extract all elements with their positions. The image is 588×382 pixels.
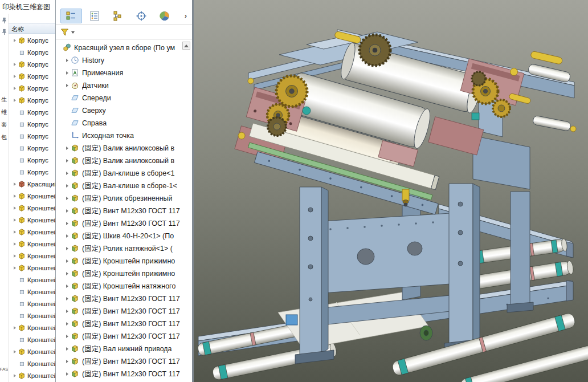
parts-list-item[interactable]: Корпус	[9, 118, 55, 130]
expand-arrow-icon[interactable]	[66, 310, 68, 313]
expand-arrow-icon[interactable]	[66, 234, 68, 238]
gear-left-large[interactable]	[276, 76, 307, 107]
tree-item[interactable]: (固定) Винт М12х30 ГОСТ 117	[56, 368, 192, 380]
parts-list-item[interactable]: Кронштейн	[9, 274, 55, 286]
tree-item[interactable]: (固定) Кронштейн прижимно	[56, 267, 192, 280]
tree-item[interactable]: Датчики	[56, 79, 192, 92]
expand-arrow-icon[interactable]	[66, 335, 68, 338]
tree-item[interactable]: (固定) Винт М12х30 ГОСТ 117	[56, 318, 192, 330]
tab-propertymanager[interactable]	[84, 9, 105, 23]
parts-list-item[interactable]: Корпус	[9, 94, 55, 106]
tree-item[interactable]: (固定) Ролик натяжной<1> (	[56, 242, 192, 255]
tree-item[interactable]: (固定) Кронштейн натяжного	[56, 280, 192, 292]
name-column-header[interactable]: 名称	[9, 23, 55, 34]
expand-arrow-icon[interactable]	[14, 254, 16, 258]
expand-arrow-icon[interactable]	[66, 147, 68, 150]
tree-item[interactable]: (固定) Вал-клише в сборе<1	[56, 167, 192, 180]
side-tab-label[interactable]: 生	[1, 97, 7, 103]
parts-list-item[interactable]: Кронштейн	[9, 346, 55, 357]
machine-3d-model[interactable]	[194, 0, 588, 382]
pushpin-icon[interactable]	[1, 17, 7, 24]
parts-list-item[interactable]: Кронштейн	[9, 369, 55, 381]
tree-root-item[interactable]: Красящий узел в сборе (По ум	[56, 42, 192, 54]
gear-right-dark[interactable]	[472, 72, 485, 86]
expand-arrow-icon[interactable]	[66, 360, 68, 363]
expand-arrow-icon[interactable]	[66, 172, 68, 175]
filter-dropdown-caret[interactable]	[71, 31, 75, 34]
parts-list-item[interactable]: Кронштейн	[9, 250, 55, 262]
parts-list-item[interactable]: Корпус	[9, 34, 55, 46]
parts-list-item[interactable]: Кронштейн	[9, 262, 55, 274]
tree-item[interactable]: (固定) Винт М12х30 ГОСТ 117	[56, 330, 192, 343]
parts-list-item[interactable]: Корпус	[9, 106, 55, 118]
expand-arrow-icon[interactable]	[66, 322, 68, 326]
tree-item[interactable]: (固定) Винт М12х30 ГОСТ 117	[56, 355, 192, 368]
tree-item[interactable]: Спереди	[56, 92, 192, 104]
tree-item[interactable]: Исходная точка	[56, 129, 192, 142]
parts-list-item[interactable]: Корпус	[9, 58, 55, 70]
tree-item[interactable]: (固定) Винт М12х30 ГОСТ 117	[56, 217, 192, 230]
expand-arrow-icon[interactable]	[14, 326, 16, 330]
expand-arrow-icon[interactable]	[14, 230, 16, 234]
expand-arrow-icon[interactable]	[14, 350, 16, 353]
tree-item[interactable]: History	[56, 54, 192, 67]
tree-item[interactable]: (固定) Вал-клише в сборе-1<	[56, 180, 192, 192]
expand-arrow-icon[interactable]	[66, 372, 68, 376]
parts-list-item[interactable]: Корпус	[9, 154, 55, 166]
tree-item[interactable]: (固定) Шкив 40-Н-20<1> (По	[56, 230, 192, 242]
tree-item[interactable]: (固定) Валик анилоксовый в	[56, 155, 192, 167]
expand-arrow-icon[interactable]	[14, 75, 16, 78]
side-tab-label[interactable]: 套	[1, 122, 7, 128]
parts-list-item[interactable]: Кронштейн	[9, 298, 55, 310]
tab-dimxpertmanager[interactable]	[130, 9, 152, 23]
parts-list-item[interactable]: Кронштейн	[9, 214, 55, 226]
expand-arrow-icon[interactable]	[66, 197, 68, 200]
drive-gear-dark[interactable]	[360, 35, 390, 66]
tree-item[interactable]: (固定) Ролик обрезиненный	[56, 192, 192, 205]
expand-arrow-icon[interactable]	[14, 87, 16, 90]
side-tab-label[interactable]: 维	[1, 109, 7, 115]
gear-plate-roller[interactable]	[268, 117, 286, 136]
expand-arrow-icon[interactable]	[14, 374, 16, 377]
parts-list-item[interactable]: Корпус	[9, 142, 55, 154]
tab-displaymanager[interactable]	[154, 9, 175, 23]
expand-arrow-icon[interactable]	[14, 206, 16, 210]
expand-arrow-icon[interactable]	[66, 184, 68, 188]
parts-list-item[interactable]: Кронштейн	[9, 310, 55, 322]
parts-list-item[interactable]: Кронштейн	[9, 226, 55, 238]
expand-arrow-icon[interactable]	[66, 285, 68, 288]
expand-arrow-icon[interactable]	[66, 347, 68, 351]
side-tab-label[interactable]: 包	[1, 135, 7, 140]
tree-item[interactable]: Справа	[56, 117, 192, 129]
parts-list-item[interactable]: Кронштейн	[9, 202, 55, 214]
parts-list-item[interactable]: Корпус	[9, 70, 55, 82]
tree-item[interactable]: (固定) Вал нижний привода	[56, 343, 192, 355]
parts-list-item[interactable]: Корпус	[9, 130, 55, 142]
parts-list-item[interactable]: Кронштейн	[9, 322, 55, 334]
edge-bottom-label[interactable]: FAS	[0, 367, 9, 372]
tree-item[interactable]: (固定) Винт М12х30 ГОСТ 117	[56, 205, 192, 217]
expand-arrow-icon[interactable]	[66, 247, 68, 250]
expand-arrow-icon[interactable]	[66, 159, 68, 162]
tree-scrollbar-up[interactable]	[182, 42, 190, 50]
expand-arrow-icon[interactable]	[14, 218, 16, 222]
tree-item[interactable]: (固定) Валик анилоксовый в	[56, 142, 192, 155]
parts-list-item[interactable]: Красящий узел	[9, 178, 55, 190]
expand-arrow-icon[interactable]	[66, 297, 68, 300]
expand-arrow-icon[interactable]	[66, 222, 68, 225]
expand-arrow-icon[interactable]	[66, 59, 68, 62]
pushpin-icon[interactable]	[1, 29, 7, 35]
gear-right-small[interactable]	[493, 100, 510, 117]
expand-arrow-icon[interactable]	[66, 259, 68, 263]
tree-item[interactable]: (固定) Винт М12х30 ГОСТ 117	[56, 292, 192, 305]
tab-overflow-arrow[interactable]: ›	[182, 11, 190, 20]
expand-arrow-icon[interactable]	[14, 266, 16, 270]
parts-list-item[interactable]: Кронштейн	[9, 238, 55, 250]
parts-list-item[interactable]: Кронштейн	[9, 357, 55, 369]
parts-list-item[interactable]: Кронштейн	[9, 190, 55, 202]
expand-arrow-icon[interactable]	[14, 182, 16, 186]
parts-list-item[interactable]: Кронштейн	[9, 286, 55, 298]
expand-arrow-icon[interactable]	[14, 99, 16, 102]
tree-item[interactable]: Примечания	[56, 67, 192, 79]
tree-item[interactable]: (固定) Винт М12х30 ГОСТ 117	[56, 305, 192, 318]
